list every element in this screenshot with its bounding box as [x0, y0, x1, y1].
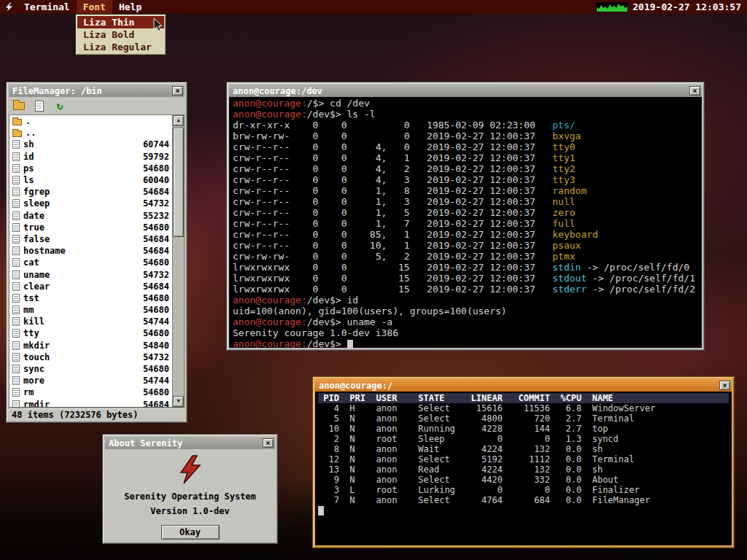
terminal-dev-titlebar[interactable]: anon@courage:/dev ×	[229, 85, 702, 97]
file-row[interactable]: clear54684	[9, 281, 172, 292]
terminal-text: crw-r--r-- 0 0 10, 1 2019-02-27 12:00:37	[233, 240, 552, 251]
file-icon	[12, 223, 20, 232]
process-row: 9 N anon Select 4420 332 0.0 About	[318, 475, 729, 485]
file-row[interactable]: ..	[9, 127, 172, 139]
close-icon[interactable]: ×	[172, 86, 183, 96]
file-name: tst	[23, 293, 39, 303]
terminal-line: Serenity courage 1.0-dev i386	[233, 327, 698, 338]
new-file-button[interactable]	[31, 98, 47, 113]
window-title: anon@courage:/dev	[233, 86, 322, 96]
file-size: 54744	[143, 316, 169, 327]
file-row[interactable]: tty54680	[9, 327, 172, 339]
menu-terminal[interactable]: Terminal	[18, 0, 77, 14]
file-size: 54744	[143, 376, 169, 386]
file-row[interactable]: false54684	[9, 233, 172, 245]
file-row[interactable]: fgrep54684	[9, 186, 172, 198]
file-row[interactable]: uname54732	[9, 268, 172, 280]
window-title: anon@courage:/	[319, 381, 392, 391]
file-row[interactable]: rmdir54684	[9, 399, 172, 408]
terminal-line: anon@courage:/dev$> id	[233, 295, 698, 306]
file-row[interactable]: ls60040	[9, 174, 172, 186]
terminal-text: zero	[552, 207, 575, 218]
close-icon[interactable]: ×	[689, 86, 700, 96]
font-menu-item-liza-bold[interactable]: Liza Bold	[77, 28, 164, 41]
menu-help[interactable]: Help	[112, 0, 148, 14]
font-menu-item-liza-thin[interactable]: Liza Thin	[77, 16, 164, 28]
clock: 2019-02-27 12:03:57	[632, 1, 741, 12]
terminal-cursor	[347, 340, 353, 348]
file-row[interactable]: .	[9, 115, 172, 127]
file-row[interactable]: true54680	[9, 222, 172, 233]
terminal-cursor	[318, 506, 324, 516]
menubar: Terminal Font Help 2019-02-27 12:03:57	[0, 0, 747, 14]
file-row[interactable]: sleep54732	[9, 198, 172, 209]
terminal-text: uid=100(anon), gid=100(users), groups=10…	[233, 306, 507, 316]
process-row: 3 L root Lurking 0 0 0.0 Finalizer	[318, 485, 729, 495]
terminal-text: crw-r--r-- 0 0 1, 7 2019-02-27 12:00:37	[233, 218, 552, 229]
file-icon	[12, 282, 20, 291]
terminal-line: brw-rw-rw- 0 0 0 2019-02-27 12:00:37 bxv…	[233, 131, 698, 141]
desktop-wallpaper: Terminal Font Help 2019-02-27 12:03:57 L…	[0, 0, 747, 560]
terminal-line: crw-r--r-- 0 0 1, 3 2019-02-27 12:00:37 …	[233, 196, 698, 207]
file-icon	[12, 246, 20, 255]
file-row[interactable]: sync54680	[9, 363, 172, 375]
file-row[interactable]: ps54680	[9, 163, 172, 174]
file-row[interactable]: id59792	[9, 151, 172, 163]
terminal-line: lrwxrwxrwx 0 0 15 2019-02-27 12:00:37 st…	[233, 262, 698, 273]
okay-button[interactable]: Okay	[161, 525, 220, 540]
about-titlebar[interactable]: About Serenity ×	[105, 437, 275, 449]
file-row[interactable]: cat54680	[9, 257, 172, 268]
font-menu-item-liza-regular[interactable]: Liza Regular	[77, 41, 164, 53]
status-bar: 48 items (7232576 bytes)	[9, 408, 185, 420]
terminal-top-titlebar[interactable]: anon@courage:/ ×	[315, 379, 732, 392]
file-row[interactable]: tst54680	[9, 292, 172, 304]
file-row[interactable]: touch54732	[9, 351, 172, 363]
file-size: 60744	[143, 139, 169, 149]
file-size: 54684	[143, 400, 169, 408]
scrollbar-track[interactable]	[173, 126, 184, 396]
scroll-down-icon[interactable]: ▼	[173, 396, 184, 407]
file-size: 54732	[143, 198, 169, 209]
vertical-scrollbar[interactable]: ▲ ▼	[173, 114, 185, 408]
terminal-text: -> /proc/self/fd/1	[587, 273, 695, 284]
file-row[interactable]: kill54744	[9, 316, 172, 327]
file-size: 54684	[143, 234, 169, 244]
about-content: Serenity Operating System Version 1.0-de…	[105, 449, 275, 541]
file-row[interactable]: mm54680	[9, 304, 172, 316]
process-table[interactable]: PID PRI USER STATE LINEAR COMMIT %CPU NA…	[315, 392, 732, 545]
filemanager-titlebar[interactable]: FileManager: /bin ×	[9, 85, 185, 97]
close-icon[interactable]: ×	[263, 438, 274, 448]
file-row[interactable]: mkdir54840	[9, 340, 172, 351]
file-size: 54680	[143, 387, 169, 397]
terminal-text: anon@courage:	[233, 316, 307, 327]
open-folder-button[interactable]	[11, 98, 27, 113]
terminal-text: tty0	[552, 141, 575, 152]
file-name: true	[23, 222, 44, 233]
terminal-text: ptmx	[552, 251, 575, 262]
file-row[interactable]: hostname54684	[9, 245, 172, 257]
file-row[interactable]: sh60744	[9, 139, 172, 150]
file-icon	[35, 101, 44, 112]
terminal-window-dev: anon@courage:/dev × anon@courage:/$> cd …	[226, 82, 705, 351]
terminal-text: anon@courage:	[233, 98, 307, 109]
terminal-output[interactable]: anon@courage:/$> cd /devanon@courage:/de…	[229, 97, 702, 348]
terminal-text: Serenity courage 1.0-dev i386	[233, 327, 398, 338]
terminal-text: lrwxrwxrwx 0 0 15 2019-02-27 12:00:37	[233, 262, 552, 273]
file-size: 54680	[143, 257, 169, 268]
process-row: 12 N anon Select 5192 1112 0.0 Terminal	[318, 454, 729, 464]
file-icon	[12, 341, 20, 350]
file-icon	[12, 376, 20, 385]
file-row[interactable]: date55232	[9, 210, 172, 222]
file-name: hostname	[23, 246, 66, 256]
file-row[interactable]: rm54680	[9, 386, 172, 398]
terminal-text: stdin	[552, 262, 581, 273]
refresh-button[interactable]: ↻	[52, 98, 68, 113]
terminal-text: crw-r--r-- 0 0 1, 3 2019-02-27 12:00:37	[233, 196, 552, 207]
menu-font[interactable]: Font	[77, 0, 112, 14]
scrollbar-thumb[interactable]	[173, 128, 184, 237]
file-row[interactable]: more54744	[9, 375, 172, 386]
folder-icon	[13, 102, 25, 110]
file-size: 55232	[143, 211, 169, 221]
close-icon[interactable]: ×	[719, 381, 730, 390]
scroll-up-icon[interactable]: ▲	[173, 115, 184, 126]
